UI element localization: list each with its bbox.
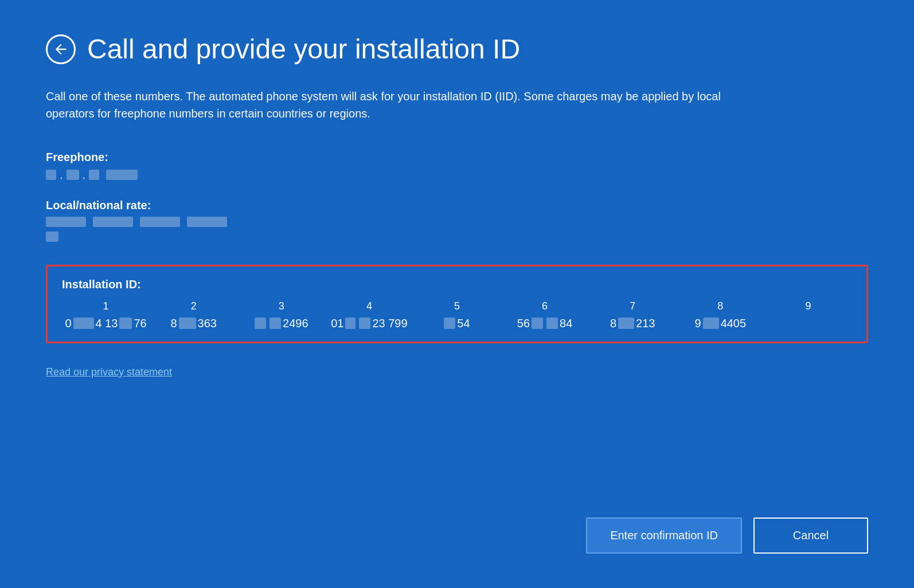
id-group-6-value: 56 84 [501, 317, 589, 330]
local-rate-label: Local/national rate: [46, 199, 868, 212]
blur-block [444, 317, 455, 329]
group-header-4: 4 [325, 300, 413, 312]
blur-block [269, 317, 281, 329]
id-group-5-value: 54 [413, 317, 501, 330]
group-header-7: 7 [589, 300, 677, 312]
content-area: Freephone: . . Local/national rate: [46, 151, 868, 378]
freephone-section: Freephone: . . [46, 151, 868, 182]
blur-block [703, 317, 719, 329]
blur-block [255, 317, 266, 329]
back-button[interactable] [46, 34, 76, 64]
group-header-6: 6 [501, 300, 589, 312]
id-group-4-value: 01 23 799 [325, 317, 413, 330]
blur-block [179, 317, 196, 329]
blur-block [89, 170, 99, 180]
cancel-button[interactable]: Cancel [753, 518, 868, 554]
blur-block [73, 317, 94, 329]
blur-block [119, 317, 132, 329]
freephone-label: Freephone: [46, 151, 868, 164]
blur-block [46, 170, 56, 180]
page-container: Call and provide your installation ID Ca… [0, 0, 914, 588]
group-header-9: 9 [764, 300, 852, 312]
id-group-8-value: 9 4405 [677, 317, 764, 330]
footer-buttons: Enter confirmation ID Cancel [586, 518, 868, 554]
page-title: Call and provide your installation ID [87, 34, 520, 65]
id-group-3-value: 2496 [237, 317, 325, 330]
local-rate-number [46, 217, 868, 227]
blur-block [187, 217, 227, 227]
header: Call and provide your installation ID [46, 34, 868, 65]
privacy-link[interactable]: Read our privacy statement [46, 366, 868, 378]
blur-block [359, 317, 370, 329]
freephone-number: . . [46, 168, 868, 182]
blur-block [618, 317, 634, 329]
id-group-headers: 1 2 3 4 5 6 7 8 9 [62, 300, 852, 312]
blur-block [140, 217, 180, 227]
installation-id-box: Installation ID: 1 2 3 4 5 6 7 8 9 [46, 265, 868, 343]
blur-block [546, 317, 558, 329]
id-values: 0 4 13 76 8 363 [62, 317, 852, 330]
group-header-3: 3 [237, 300, 325, 312]
group-header-1: 1 [62, 300, 150, 312]
blur-block [46, 217, 86, 227]
installation-id-label: Installation ID: [62, 278, 852, 291]
blur-block [67, 170, 79, 180]
group-header-8: 8 [677, 300, 764, 312]
blur-block [106, 170, 138, 180]
blur-block [345, 317, 356, 329]
id-group-7-value: 8 213 [589, 317, 677, 330]
group-header-5: 5 [413, 300, 501, 312]
blur-block [532, 317, 543, 329]
id-group-2-value: 8 363 [150, 317, 237, 330]
group-header-2: 2 [150, 300, 237, 312]
confirm-button[interactable]: Enter confirmation ID [586, 518, 742, 554]
blur-block [93, 217, 133, 227]
id-grid: 1 2 3 4 5 6 7 8 9 0 4 13 [62, 300, 852, 330]
local-rate-section: Local/national rate: [46, 199, 868, 242]
blur-block [46, 232, 58, 242]
page-description: Call one of these numbers. The automated… [46, 88, 734, 122]
id-group-1-value: 0 4 13 76 [62, 317, 150, 330]
local-rate-number-2 [46, 232, 868, 242]
